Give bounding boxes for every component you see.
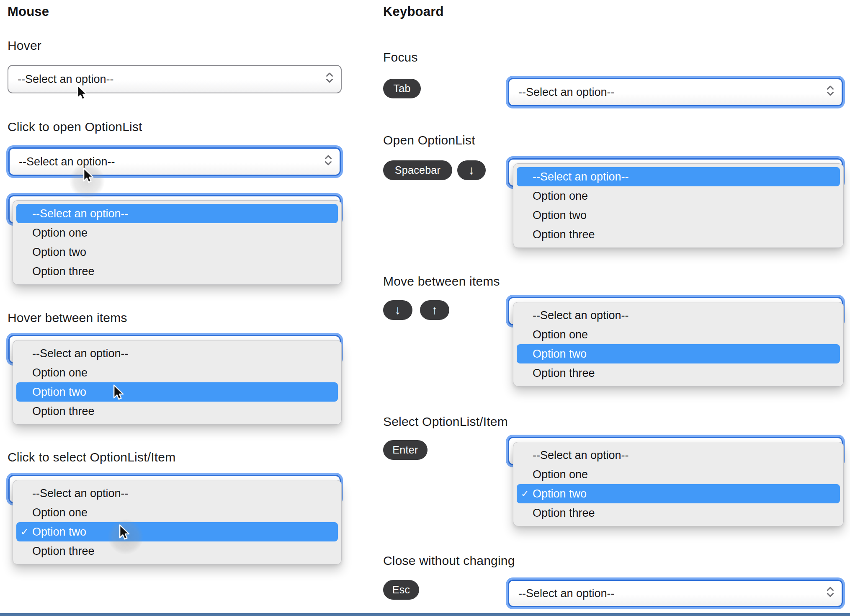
key-badge-tab: Tab	[383, 79, 421, 98]
option-item[interactable]: Option one	[517, 465, 840, 484]
key-badge-enter: Enter	[383, 440, 428, 460]
select-value: --Select an option--	[518, 587, 615, 600]
option-item[interactable]: Option three	[517, 363, 840, 383]
bottom-edge-rule	[0, 613, 850, 616]
select-hover-closed[interactable]: --Select an option--	[8, 65, 342, 93]
option-item[interactable]: Option two	[16, 242, 338, 262]
mouse-cursor-icon	[72, 83, 90, 101]
option-item[interactable]: Option one	[517, 186, 840, 206]
select-value: --Select an option--	[518, 86, 615, 99]
select-click-open-focused[interactable]: --Select an option--	[8, 147, 341, 176]
select-stepper-icon	[324, 154, 333, 170]
option-item[interactable]: Option two	[517, 344, 840, 363]
select-value: --Select an option--	[18, 73, 114, 86]
select-stepper-icon	[826, 85, 835, 100]
option-item[interactable]: --Select an option--	[517, 306, 840, 325]
optionlist-hover-items: --Select an option-- Option one Option t…	[13, 340, 342, 425]
select-focus-focused[interactable]: --Select an option--	[508, 78, 843, 106]
mouse-cursor-icon	[108, 383, 126, 401]
mouse-column-title: Mouse	[8, 4, 49, 19]
option-item[interactable]: --Select an option--	[16, 344, 338, 363]
section-label-move: Move between items	[383, 274, 500, 289]
key-badge-arrow-down: ↓	[383, 300, 412, 320]
keyboard-column-title: Keyboard	[383, 4, 444, 19]
optionlist-click-open: --Select an option-- Option one Option t…	[13, 200, 342, 285]
arrow-down-icon: ↓	[395, 304, 401, 316]
select-close-focused[interactable]: --Select an option--	[508, 580, 843, 607]
select-stepper-icon	[826, 586, 835, 601]
option-item[interactable]: Option one	[16, 363, 338, 382]
key-badge-arrow-down: ↓	[457, 160, 486, 180]
option-item[interactable]: --Select an option--	[16, 204, 338, 223]
check-icon: ✓	[21, 526, 28, 538]
section-label-hover-items: Hover between items	[8, 311, 127, 325]
key-badge-esc: Esc	[383, 580, 419, 600]
section-label-close: Close without changing	[383, 554, 515, 568]
section-label-click-open: Click to open OptionList	[8, 120, 142, 134]
mouse-cursor-icon	[78, 166, 96, 184]
optionlist-select: --Select an option-- Option one ✓ Option…	[513, 442, 844, 526]
option-item[interactable]: Option three	[16, 541, 338, 561]
section-label-hover: Hover	[8, 39, 41, 53]
optionlist-move: --Select an option-- Option one Option t…	[513, 302, 844, 387]
section-label-click-select: Click to select OptionList/Item	[8, 450, 175, 464]
mouse-cursor-icon	[114, 523, 132, 541]
page: Mouse Hover --Select an option-- Click t…	[0, 0, 850, 616]
section-label-select: Select OptionList/Item	[383, 415, 508, 429]
option-item[interactable]: Option three	[517, 503, 840, 523]
option-item[interactable]: --Select an option--	[517, 167, 840, 186]
option-item[interactable]: Option one	[16, 223, 338, 242]
section-label-open: Open OptionList	[383, 133, 475, 147]
option-item[interactable]: Option three	[16, 402, 338, 421]
option-item[interactable]: --Select an option--	[16, 484, 338, 503]
option-item[interactable]: Option one	[517, 325, 840, 344]
section-label-focus: Focus	[383, 50, 418, 64]
optionlist-open: --Select an option-- Option one Option t…	[513, 163, 844, 248]
option-item[interactable]: --Select an option--	[517, 446, 840, 465]
option-item[interactable]: Option two	[517, 206, 840, 225]
optionlist-click-select: --Select an option-- Option one ✓ Option…	[13, 480, 342, 564]
option-item-selected[interactable]: ✓ Option two	[517, 484, 840, 503]
option-item[interactable]: Option three	[16, 262, 338, 281]
arrow-up-icon: ↑	[432, 304, 438, 316]
key-badge-arrow-up: ↑	[420, 300, 449, 320]
check-icon: ✓	[521, 488, 529, 500]
select-stepper-icon	[325, 72, 334, 87]
key-badge-spacebar: Spacebar	[383, 160, 452, 180]
option-item[interactable]: Option three	[517, 225, 840, 244]
option-item-selected[interactable]: ✓ Option two	[16, 522, 338, 541]
arrow-down-icon: ↓	[469, 164, 475, 176]
option-item[interactable]: Option one	[16, 503, 338, 522]
select-value: --Select an option--	[19, 155, 115, 168]
option-item[interactable]: Option two	[16, 382, 338, 402]
